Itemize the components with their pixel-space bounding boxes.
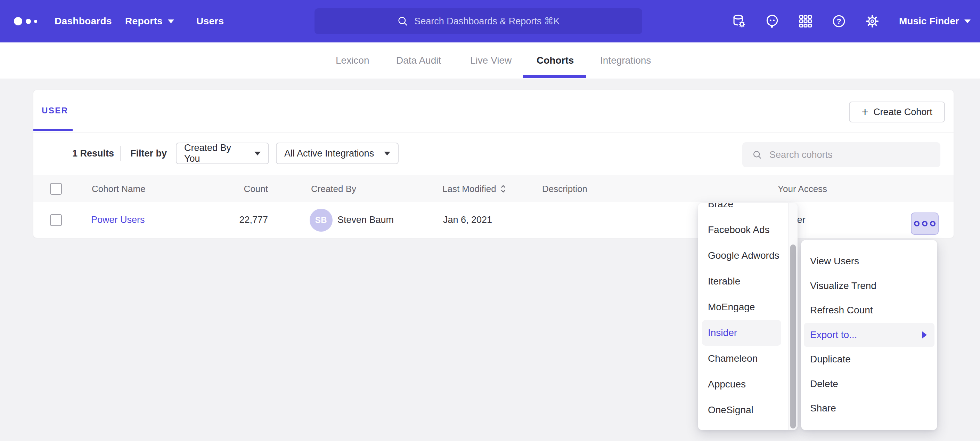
menu-item-view-users[interactable]: View Users [801, 249, 937, 274]
create-cohort-label: Create Cohort [873, 107, 932, 118]
svg-text:?: ? [837, 17, 841, 26]
divider [120, 146, 121, 161]
tab-data-audit-label: Data Audit [396, 55, 441, 66]
ellipsis-circle-icon [930, 221, 935, 227]
filter-integrations-dropdown[interactable]: All Active Integrations [276, 142, 399, 164]
tab-data-audit[interactable]: Data Audit [396, 42, 441, 78]
tab-live-view[interactable]: Live View [470, 42, 512, 78]
search-icon [752, 150, 762, 160]
row-actions-button[interactable] [911, 213, 939, 235]
sort-icon [500, 184, 506, 193]
table-row: Power Users 22,777 SB Steven Baum Jan 6,… [33, 202, 954, 238]
export-option-facebook-ads-label: Facebook Ads [708, 224, 769, 235]
cohorts-card: USER + Create Cohort 1 Results Filter by… [33, 90, 954, 238]
menu-item-refresh-count[interactable]: Refresh Count [801, 298, 937, 323]
tab-user-cohorts-label: USER [42, 106, 68, 115]
menu-item-duplicate[interactable]: Duplicate [801, 347, 937, 372]
filter-created-by-value: Created By You [184, 142, 248, 164]
create-cohort-button[interactable]: + Create Cohort [849, 102, 945, 122]
secondary-nav: Lexicon Data Audit Live View Cohorts Int… [0, 42, 980, 79]
ellipsis-circle-icon [922, 221, 928, 227]
nav-link-reports-label: Reports [125, 16, 163, 27]
col-last-modified-sort[interactable]: Last Modified [442, 175, 506, 203]
nav-link-dashboards-label: Dashboards [54, 16, 112, 27]
menu-item-export-to[interactable]: Export to... [804, 323, 934, 347]
nav-link-users[interactable]: Users [196, 0, 224, 42]
export-option-iterable-label: Iterable [708, 276, 740, 287]
help-icon[interactable]: ? [831, 14, 846, 29]
menu-item-share[interactable]: Share [801, 396, 937, 421]
global-search-bar[interactable]: Search Dashboards & Reports ⌘K [315, 8, 642, 34]
export-option-onesignal-label: OneSignal [708, 404, 753, 415]
filter-created-by-dropdown[interactable]: Created By You [176, 142, 269, 164]
export-option-braze-label: Braze [708, 203, 733, 210]
submenu-arrow-icon [922, 331, 927, 339]
tab-lexicon-label: Lexicon [336, 55, 369, 66]
tab-user-cohorts[interactable]: USER [42, 90, 68, 131]
cohort-name-link[interactable]: Power Users [91, 214, 145, 225]
export-option-chameleon[interactable]: Chameleon [698, 346, 788, 371]
nav-link-dashboards[interactable]: Dashboards [54, 0, 112, 42]
menu-item-visualize-trend-label: Visualize Trend [810, 280, 877, 291]
tab-lexicon[interactable]: Lexicon [336, 42, 369, 78]
export-option-chameleon-label: Chameleon [708, 353, 757, 364]
export-option-google-adwords-label: Google Adwords [708, 250, 779, 261]
search-icon [397, 15, 409, 27]
row-checkbox[interactable] [50, 214, 62, 226]
logo-dot-medium [26, 19, 31, 24]
menu-item-delete[interactable]: Delete [801, 372, 937, 396]
col-description: Description [542, 175, 587, 203]
menu-item-delete-label: Delete [810, 379, 838, 390]
cohort-name-cell: Power Users [91, 202, 145, 238]
tab-integrations[interactable]: Integrations [600, 42, 651, 78]
nav-link-users-label: Users [196, 16, 224, 27]
nav-link-reports[interactable]: Reports [125, 0, 174, 42]
filter-integrations-value: All Active Integrations [284, 148, 374, 159]
col-cohort-name: Cohort Name [92, 175, 146, 203]
submenu-scrollbar-track[interactable] [788, 203, 797, 430]
active-tab-underline [523, 75, 586, 78]
export-option-appcues[interactable]: Appcues [698, 371, 788, 397]
col-count: Count [226, 175, 268, 203]
filter-by-label: Filter by [130, 132, 167, 175]
menu-item-refresh-count-label: Refresh Count [810, 305, 873, 316]
col-last-modified-label: Last Modified [442, 184, 496, 195]
chevron-down-icon [384, 152, 390, 155]
menu-item-duplicate-label: Duplicate [810, 354, 851, 365]
created-by-cell: Steven Baum [337, 202, 394, 238]
export-option-iterable[interactable]: Iterable [698, 268, 788, 294]
feedback-icon[interactable] [765, 14, 780, 29]
cohort-type-header: USER + Create Cohort [33, 90, 954, 133]
workspace-name: Music Finder [899, 16, 959, 27]
cohort-search-input[interactable] [769, 149, 931, 161]
avatar: SB [310, 209, 332, 232]
tab-cohorts[interactable]: Cohorts [536, 42, 574, 78]
settings-gear-icon[interactable] [865, 14, 880, 29]
tab-live-view-label: Live View [470, 55, 512, 66]
menu-item-visualize-trend[interactable]: Visualize Trend [801, 274, 937, 299]
count-cell: 22,777 [226, 202, 268, 238]
chevron-down-icon [168, 19, 174, 23]
menu-item-share-label: Share [810, 403, 836, 414]
last-modified-cell: Jan 6, 2021 [443, 202, 492, 238]
results-count: 1 Results [72, 132, 114, 175]
export-option-insider[interactable]: Insider [702, 320, 781, 346]
export-option-braze[interactable]: Braze [698, 203, 788, 217]
cohort-search-field[interactable] [742, 142, 940, 167]
export-submenu: Braze Facebook Ads Google Adwords Iterab… [698, 203, 797, 430]
col-created-by: Created By [311, 175, 356, 203]
export-option-facebook-ads[interactable]: Facebook Ads [698, 217, 788, 243]
export-option-onesignal[interactable]: OneSignal [698, 397, 788, 423]
export-option-insider-label: Insider [708, 327, 737, 339]
export-option-google-adwords[interactable]: Google Adwords [698, 243, 788, 268]
export-option-moengage[interactable]: MoEngage [698, 294, 788, 320]
submenu-scrollbar-thumb[interactable] [790, 244, 796, 428]
row-context-menu: View Users Visualize Trend Refresh Count… [801, 240, 937, 430]
apps-grid-icon[interactable] [798, 14, 813, 29]
export-option-appcues-label: Appcues [708, 379, 746, 390]
select-all-checkbox[interactable] [50, 183, 62, 195]
user-tab-underline [33, 129, 73, 131]
workspace-switcher[interactable]: Music Finder [899, 0, 970, 42]
data-management-icon[interactable] [731, 14, 746, 29]
menu-item-view-users-label: View Users [810, 256, 859, 267]
